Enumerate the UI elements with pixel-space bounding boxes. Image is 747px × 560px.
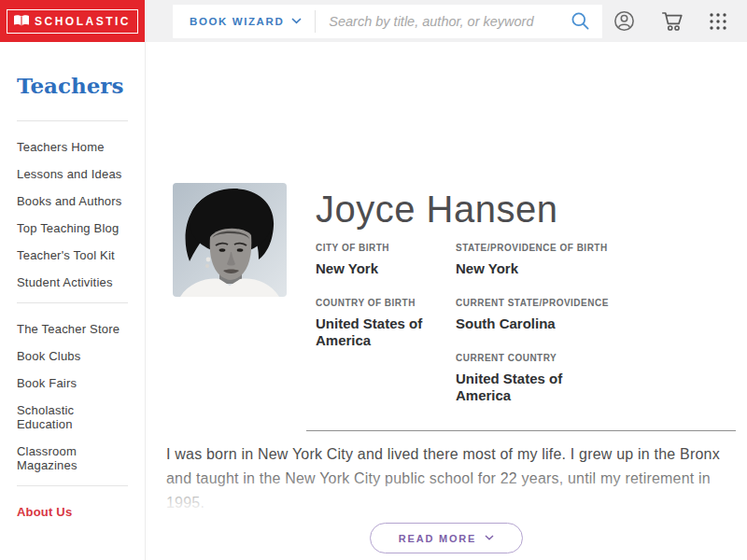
header-icons (612, 8, 728, 34)
sidebar-item-teachers-home[interactable]: Teachers Home (17, 140, 128, 154)
field-value: New York (456, 260, 591, 277)
scholastic-logo[interactable]: SCHOLASTIC (0, 0, 145, 42)
author-bio: I was born in New York City and lived th… (166, 442, 738, 515)
sidebar-item-book-fairs[interactable]: Book Fairs (17, 376, 128, 390)
author-profile: Joyce Hansen CITY OF BIRTH New York COUN… (173, 183, 747, 425)
sidebar-item-book-clubs[interactable]: Book Clubs (17, 349, 128, 363)
sidebar-item-books-and-authors[interactable]: Books and Authors (17, 194, 128, 208)
logo-text: SCHOLASTIC (35, 16, 131, 27)
account-icon[interactable] (612, 8, 637, 34)
field-label: CURRENT STATE/PROVIDENCE (456, 298, 609, 309)
field-value: United States of America (316, 315, 451, 349)
sidebar-item-top-teaching-blog[interactable]: Top Teaching Blog (17, 221, 128, 235)
book-logo-icon (13, 14, 30, 29)
author-name: Joyce Hansen (316, 190, 609, 228)
sidebar-divider (17, 302, 128, 303)
search-bar: BOOK WIZARD (173, 5, 602, 38)
author-fields: CITY OF BIRTH New York COUNTRY OF BIRTH … (316, 243, 609, 425)
sidebar: Teachers Teachers Home Lessons and Ideas… (0, 42, 146, 560)
grid-menu-icon[interactable] (708, 11, 728, 32)
field-label: CITY OF BIRTH (316, 243, 456, 254)
read-more-label: READ MORE (399, 533, 476, 544)
field-current-country: CURRENT COUNTRY United States of America (456, 353, 609, 404)
sidebar-item-about-us[interactable]: About Us (17, 505, 128, 519)
sidebar-item-student-activities[interactable]: Student Activities (17, 275, 128, 289)
author-info: Joyce Hansen CITY OF BIRTH New York COUN… (316, 183, 609, 425)
search-icon[interactable] (557, 5, 602, 38)
sidebar-title[interactable]: Teachers (17, 73, 128, 98)
scholastic-logo-box: SCHOLASTIC (7, 9, 138, 34)
sidebar-item-lessons-and-ideas[interactable]: Lessons and Ideas (17, 167, 128, 181)
field-label: COUNTRY OF BIRTH (316, 298, 456, 309)
read-more-row: READ MORE (146, 523, 747, 553)
field-value: New York (316, 260, 451, 277)
author-bio-text: I was born in New York City and lived th… (166, 442, 738, 515)
chevron-down-icon (485, 535, 494, 541)
field-city-of-birth: CITY OF BIRTH New York (316, 243, 456, 277)
chevron-down-icon (291, 18, 302, 24)
sidebar-item-the-teacher-store[interactable]: The Teacher Store (17, 322, 128, 336)
search-input[interactable] (316, 5, 557, 38)
sidebar-item-classroom-magazines[interactable]: Classroom Magazines (17, 444, 128, 472)
book-wizard-dropdown[interactable]: BOOK WIZARD (173, 5, 315, 38)
top-header: SCHOLASTIC BOOK WIZARD (0, 0, 747, 42)
field-value: South Carolina (456, 315, 591, 332)
field-label: CURRENT COUNTRY (456, 353, 609, 364)
fields-column-right: STATE/PROVIDENCE OF BIRTH New York CURRE… (456, 243, 609, 425)
section-divider (306, 430, 736, 431)
sidebar-divider (17, 485, 128, 486)
field-state-of-birth: STATE/PROVIDENCE OF BIRTH New York (456, 243, 609, 277)
read-more-button[interactable]: READ MORE (370, 523, 523, 553)
sidebar-nav: Teachers Home Lessons and Ideas Books an… (17, 140, 128, 519)
field-country-of-birth: COUNTRY OF BIRTH United States of Americ… (316, 298, 456, 349)
sidebar-divider (17, 120, 128, 121)
field-label: STATE/PROVIDENCE OF BIRTH (456, 243, 609, 254)
sidebar-item-scholastic-education[interactable]: Scholastic Education (17, 403, 128, 431)
sidebar-item-teachers-tool-kit[interactable]: Teacher's Tool Kit (17, 248, 128, 262)
author-photo (173, 183, 287, 297)
fields-column-left: CITY OF BIRTH New York COUNTRY OF BIRTH … (316, 243, 456, 425)
field-value: United States of America (456, 371, 591, 404)
cart-icon[interactable] (659, 9, 685, 33)
book-wizard-label: BOOK WIZARD (190, 16, 284, 27)
main-content: Joyce Hansen CITY OF BIRTH New York COUN… (146, 42, 747, 560)
field-current-state: CURRENT STATE/PROVIDENCE South Carolina (456, 298, 609, 332)
